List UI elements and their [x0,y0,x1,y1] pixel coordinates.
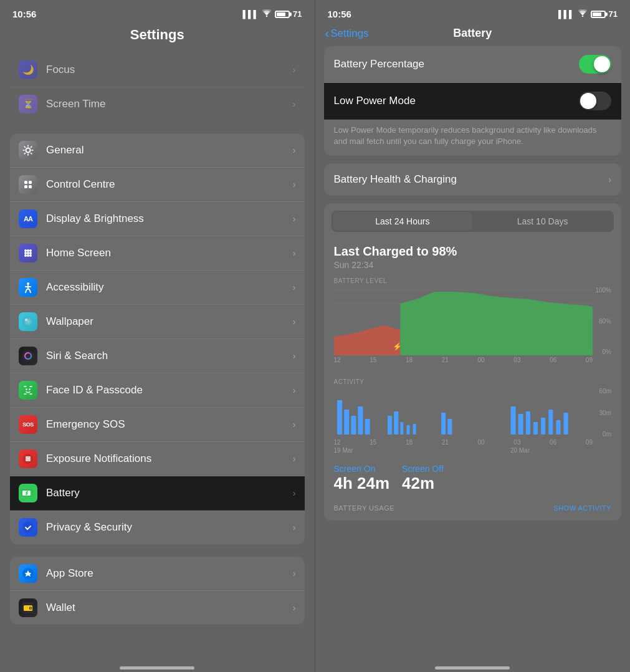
svg-rect-43 [394,411,398,434]
battery-percentage-toggle[interactable] [579,55,611,74]
battery-y-labels: 100% 80% 0% [593,287,611,355]
low-power-mode-label: Low Power Mode [334,95,416,107]
back-button[interactable]: ‹ Settings [325,26,369,41]
focus-label: Focus [46,64,293,76]
settings-panel: 10:56 ▌▌▌ 71 Settings 🌙 Focus [0,0,315,672]
focus-icon: 🌙 [19,60,37,79]
battery-panel: 10:56 ▌▌▌ 71 ‹ Settings Battery [315,0,631,672]
screen-off-value: 42m [402,474,444,493]
sidebar-item-general[interactable]: General › [10,133,305,168]
battery-label: Battery [46,487,293,499]
sidebar-item-controlcentre[interactable]: Control Centre › [10,168,305,202]
controlcentre-label: Control Centre [46,178,293,191]
battery-content[interactable]: Battery Percentage Low Power Mode Low Po… [315,46,631,660]
sidebar-item-display[interactable]: AA Display & Brightness › [10,202,305,236]
show-activity-link[interactable]: SHOW ACTIVITY [553,504,611,512]
low-power-mode-toggle[interactable] [579,92,611,110]
back-label: Settings [330,27,368,40]
svg-rect-2 [24,181,27,184]
chevron-icon: › [293,454,296,464]
chevron-icon: › [293,522,296,532]
sidebar-item-accessibility[interactable]: Accessibility › [10,271,305,305]
svg-rect-55 [556,420,560,434]
screen-stats: Screen On 4h 24m Screen Off 42m [324,459,622,498]
svg-rect-37 [337,400,342,434]
battery-pct-right: 71 [609,9,618,19]
svg-point-23 [27,458,29,460]
tab-last-24h[interactable]: Last 24 Hours [333,212,473,231]
chart-tab-selector[interactable]: Last 24 Hours Last 10 Days [332,211,614,232]
chevron-icon: › [293,248,296,258]
battery-settings-icon [19,484,37,502]
time-left: 10:56 [12,9,36,19]
health-charging-row[interactable]: Battery Health & Charging › [324,163,622,196]
settings-group-main: General › Control Centre › AA Display & … [10,133,305,544]
accessibility-label: Accessibility [46,281,293,294]
sidebar-item-siri[interactable]: Siri & Search › [10,339,305,373]
battery-icon-right [591,11,606,18]
svg-rect-46 [413,424,416,434]
screen-off-stat: Screen Off 42m [402,464,444,493]
sidebar-item-wallet[interactable]: Wallet › [10,591,305,625]
svg-rect-56 [563,413,568,434]
last-charged-info: Last Charged to 98% Sun 22:34 [324,239,622,272]
svg-rect-48 [447,419,452,434]
chevron-icon: › [293,214,296,224]
sidebar-item-wallpaper[interactable]: Wallpaper › [10,305,305,339]
health-charging-label: Battery Health & Charging [334,173,457,186]
siri-icon [19,347,37,365]
svg-rect-5 [29,185,32,188]
privacy-label: Privacy & Security [46,521,293,534]
screen-on-value: 4h 24m [334,474,390,493]
sidebar-item-appstore[interactable]: App Store › [10,557,305,591]
screen-on-stat: Screen On 4h 24m [334,464,390,493]
svg-point-9 [24,252,27,254]
battery-level-label: BATTERY LEVEL [334,277,612,284]
chevron-icon: › [293,569,296,578]
settings-group-top: 🌙 Focus › ⏳ Screen Time › [10,53,305,121]
toggle-knob [580,93,596,109]
display-icon: AA [19,209,37,228]
status-bar-left: 10:56 ▌▌▌ 71 [0,0,315,24]
siri-label: Siri & Search [46,350,293,362]
homescreen-label: Home Screen [46,247,293,259]
sidebar-item-battery[interactable]: Battery › [10,476,305,511]
sidebar-item-emergency[interactable]: SOS Emergency SOS › [10,408,305,442]
sidebar-item-screentime[interactable]: ⏳ Screen Time › [10,87,305,121]
settings-scroll[interactable]: 🌙 Focus › ⏳ Screen Time › General › [0,53,315,660]
tab-last-10days[interactable]: Last 10 Days [472,212,613,231]
sidebar-item-focus[interactable]: 🌙 Focus › [10,53,305,87]
appstore-icon [19,564,37,583]
sidebar-item-privacy[interactable]: Privacy & Security › [10,511,305,544]
svg-point-15 [27,282,29,285]
svg-point-17 [25,319,27,321]
chevron-icon: › [293,351,296,361]
svg-rect-3 [29,181,32,184]
low-power-mode-row[interactable]: Low Power Mode [324,83,622,120]
date-labels: 19 Mar 20 Mar [334,446,612,454]
home-bar [120,666,194,670]
svg-rect-51 [525,411,530,434]
chevron-icon: › [293,420,296,430]
svg-point-20 [26,388,27,390]
wallet-label: Wallet [46,602,293,614]
svg-point-7 [27,249,29,252]
sidebar-item-faceid[interactable]: Face ID & Passcode › [10,373,305,408]
battery-pct-left: 71 [293,9,302,19]
emergency-icon: SOS [19,415,37,434]
last-charged-title: Last Charged to 98% [334,244,612,259]
activity-chart-container: ACTIVITY [324,373,622,459]
exposure-label: Exposure Notifications [46,453,293,465]
battery-percentage-row[interactable]: Battery Percentage [324,46,622,83]
back-chevron-icon: ‹ [325,26,330,41]
svg-rect-40 [358,406,363,434]
screentime-icon: ⏳ [19,95,37,113]
chevron-icon: › [293,99,296,109]
sidebar-item-exposure[interactable]: Exposure Notifications › [10,442,305,476]
sidebar-item-homescreen[interactable]: Home Screen › [10,236,305,271]
signal-icon: ▌▌▌ [243,10,259,19]
status-icons-left: ▌▌▌ 71 [243,9,302,19]
health-chevron-icon: › [608,175,611,185]
battery-nav: ‹ Settings Battery [315,24,631,46]
emergency-label: Emergency SOS [46,418,293,431]
